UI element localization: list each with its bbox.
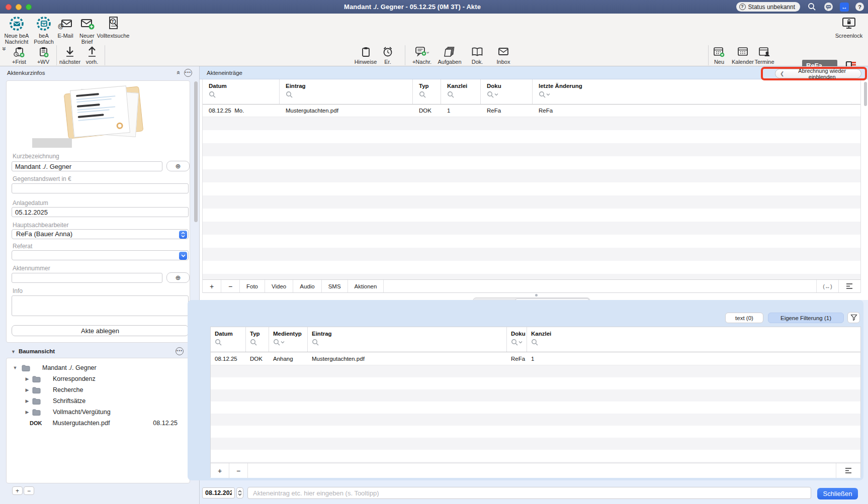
entry-date-input[interactable] bbox=[202, 487, 235, 498]
status-button[interactable]: ? Status unbekannt bbox=[736, 2, 800, 12]
search-icon[interactable] bbox=[807, 2, 817, 12]
schliessen-button[interactable]: Schließen bbox=[817, 488, 858, 499]
toolbar-item-termine[interactable]: Termine bbox=[751, 46, 777, 65]
remote-access-icon[interactable]: ↔ bbox=[840, 3, 849, 12]
entries-table-row[interactable]: 08.12.25 Mo. Mustergutachten.pdf DOK 1 R… bbox=[203, 105, 860, 117]
toolbar-item-bea-postfach[interactable]: beA Posfach bbox=[31, 16, 56, 45]
abrechnung-einblenden-button[interactable]: ❮ Abrechnung wieder einblenden bbox=[775, 69, 861, 78]
column-search-filter-icon[interactable] bbox=[539, 91, 860, 98]
sidebar-scrollbar-thumb[interactable] bbox=[194, 81, 198, 222]
toolbar-item-wiedervorlage[interactable]: +WV bbox=[32, 46, 54, 65]
support-chat-icon[interactable] bbox=[823, 2, 833, 12]
eigene-filterung-button[interactable]: Eigene Filterung (1) bbox=[768, 313, 844, 323]
tree-item-korrespondenz[interactable]: ▶ Korrespondenz bbox=[7, 373, 190, 384]
collapse-toolbar-icon[interactable]: » bbox=[1, 47, 9, 51]
entries-scrollbar-thumb[interactable] bbox=[864, 82, 867, 106]
column-search-icon[interactable] bbox=[312, 339, 506, 346]
gegenstandswert-input[interactable] bbox=[12, 183, 189, 193]
column-search-icon[interactable] bbox=[419, 91, 441, 98]
minimize-window-button[interactable] bbox=[16, 4, 22, 10]
chevron-right-icon[interactable]: ▶ bbox=[24, 410, 30, 415]
toolbar-item-hinweise[interactable]: Hinweise bbox=[352, 46, 379, 65]
toolbar-item-nachricht[interactable]: +Nachr. bbox=[408, 46, 436, 65]
tree-item-root[interactable]: ▼ Mandant ./. Gegner bbox=[7, 362, 190, 373]
audio-button[interactable]: Audio bbox=[293, 280, 321, 292]
tree-add-button[interactable]: + bbox=[12, 486, 23, 495]
toolbar-item-volltextsuche[interactable]: T Volltextsuche bbox=[94, 16, 133, 39]
add-entry-button[interactable]: + bbox=[211, 463, 229, 478]
column-header-doku[interactable]: Doku bbox=[481, 79, 533, 104]
align-view-icon[interactable] bbox=[838, 280, 860, 292]
column-search-icon[interactable] bbox=[286, 91, 412, 98]
chevron-right-icon[interactable]: ▶ bbox=[24, 398, 30, 404]
column-search-icon[interactable] bbox=[215, 339, 245, 346]
toolbar-item-dokumente[interactable]: Dok. bbox=[465, 46, 490, 65]
hauptsachbearbeiter-select[interactable]: ReFa (Bauer Anna) bbox=[12, 229, 189, 239]
kurzbezeichnung-input[interactable] bbox=[12, 161, 162, 171]
aktennummer-add-button[interactable]: ⊕ bbox=[166, 272, 190, 283]
text-filter-button[interactable]: text (0) bbox=[725, 313, 763, 323]
date-stepper[interactable] bbox=[236, 487, 243, 498]
link-mode-icon[interactable]: (↔) bbox=[816, 280, 838, 292]
akte-ablegen-button[interactable]: Akte ablegen bbox=[12, 325, 189, 336]
toolbar-item-email[interactable]: @ E-Mail bbox=[54, 16, 76, 39]
tree-item-recherche[interactable]: ▶ Recherche bbox=[7, 384, 190, 395]
column-search-filter-icon[interactable] bbox=[487, 91, 532, 98]
aktennummer-input[interactable] bbox=[12, 273, 162, 283]
collapse-panel-icon[interactable]: « bbox=[175, 71, 183, 74]
column-header-kanzlei[interactable]: Kanzlei bbox=[527, 327, 860, 352]
toolbar-item-vorheriger[interactable]: vorh. bbox=[81, 46, 103, 65]
tree-menu-icon[interactable]: ••• bbox=[176, 347, 184, 355]
column-header-typ[interactable]: Typ bbox=[246, 327, 269, 352]
foto-button[interactable]: Foto bbox=[240, 280, 265, 292]
remove-entry-button[interactable]: − bbox=[229, 463, 248, 478]
toolbar-item-frist[interactable]: +Frist bbox=[8, 46, 30, 65]
help-icon[interactable]: ? bbox=[855, 3, 864, 11]
fullscreen-window-button[interactable] bbox=[26, 4, 32, 10]
toolbar-item-neu[interactable]: Neu bbox=[709, 46, 729, 65]
filtered-table-row[interactable]: 08.12.25 DOK Anhang Mustergutachten.pdf … bbox=[211, 352, 860, 365]
column-header-datum[interactable]: Datum bbox=[203, 79, 280, 104]
column-header-eintrag[interactable]: Eintrag bbox=[280, 79, 413, 104]
toolbar-item-screenlock[interactable]: Screenlock bbox=[831, 16, 867, 39]
tree-item-document[interactable]: DOK Mustergutachten.pdf 08.12.25 bbox=[7, 418, 190, 429]
toolbar-item-aufgaben[interactable]: Aufgaben bbox=[436, 46, 464, 65]
toolbar-item-erinnerung[interactable]: Er. bbox=[380, 46, 395, 65]
column-search-icon[interactable] bbox=[447, 91, 480, 98]
filter-funnel-icon[interactable] bbox=[847, 312, 860, 323]
aktionen-button[interactable]: Aktionen bbox=[348, 280, 384, 292]
column-header-kanzlei[interactable]: Kanzlei bbox=[441, 79, 481, 104]
column-header-typ[interactable]: Typ bbox=[413, 79, 441, 104]
chevron-right-icon[interactable]: ▶ bbox=[24, 376, 30, 381]
tree-item-schriftsaetze[interactable]: ▶ Schriftsätze bbox=[7, 395, 190, 407]
column-search-filter-icon[interactable] bbox=[273, 339, 307, 346]
remove-entry-button[interactable]: − bbox=[221, 280, 240, 292]
anlagedatum-input[interactable] bbox=[12, 207, 189, 217]
add-entry-button[interactable]: + bbox=[203, 280, 221, 292]
toolbar-item-neue-bea-nachricht[interactable]: Neue beA Nachricht bbox=[2, 16, 31, 45]
column-header-medientyp[interactable]: Medientyp bbox=[269, 327, 308, 352]
splitter-handle[interactable] bbox=[535, 294, 538, 296]
new-entry-input[interactable] bbox=[247, 487, 811, 499]
sms-button[interactable]: SMS bbox=[322, 280, 348, 292]
tree-remove-button[interactable]: − bbox=[24, 486, 34, 495]
column-header-letzte-aenderung[interactable]: letzte Änderung bbox=[533, 79, 860, 104]
tree-item-vollmacht[interactable]: ▶ Vollmacht/Vergütung bbox=[7, 407, 190, 418]
column-header-datum[interactable]: Datum bbox=[211, 327, 246, 352]
column-search-icon[interactable] bbox=[250, 339, 269, 346]
tree-collapse-icon[interactable]: ▼ bbox=[11, 349, 16, 354]
column-header-doku[interactable]: Doku bbox=[507, 327, 527, 352]
chevron-down-icon[interactable]: ▼ bbox=[12, 365, 18, 370]
align-view-icon[interactable] bbox=[836, 463, 860, 478]
info-textarea[interactable] bbox=[12, 295, 189, 316]
column-search-icon[interactable] bbox=[209, 91, 279, 98]
toolbar-item-naechster[interactable]: nächster bbox=[58, 46, 81, 65]
column-search-icon[interactable] bbox=[531, 339, 860, 346]
referat-select[interactable] bbox=[12, 250, 189, 260]
chevron-right-icon[interactable]: ▶ bbox=[24, 387, 30, 392]
toolbar-item-inbox[interactable]: Inbox bbox=[492, 46, 515, 65]
close-window-button[interactable] bbox=[6, 4, 12, 10]
video-button[interactable]: Video bbox=[265, 280, 293, 292]
column-search-filter-icon[interactable] bbox=[511, 339, 527, 346]
kurzbezeichnung-add-button[interactable]: ⊕ bbox=[166, 161, 190, 171]
